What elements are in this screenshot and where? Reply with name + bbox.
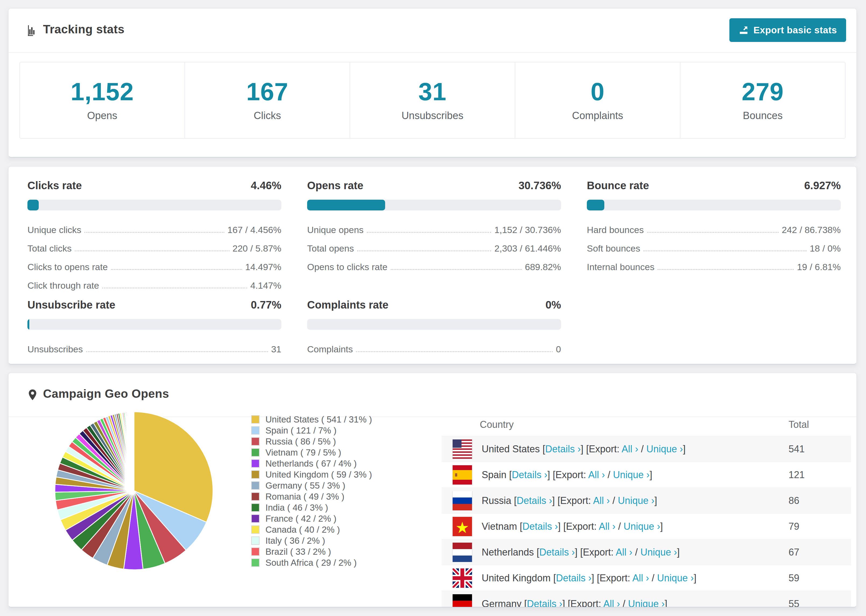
- summary-box-complaints: 0Complaints: [515, 62, 680, 138]
- export-unique-link[interactable]: Unique ›: [640, 547, 677, 558]
- export-all-link[interactable]: All ›: [616, 547, 632, 558]
- ru-flag-icon: [453, 491, 472, 511]
- legend-item: Italy ( 36 / 2% ): [251, 535, 372, 546]
- legend-item: Netherlands ( 67 / 4% ): [251, 458, 372, 469]
- bracket: ]: [664, 598, 667, 608]
- table-row-ru: Russia [Details ›] [Export: All › / Uniq…: [442, 487, 851, 513]
- details-link[interactable]: Details ›: [556, 572, 591, 583]
- unsubscribe-rate-block: Unsubscribe rate0.77% Unsubscribes31: [27, 299, 281, 358]
- legend-swatch: [251, 470, 260, 479]
- country-name: Spain: [482, 469, 509, 480]
- country-cell: United States [Details ›] [Export: All ›…: [442, 439, 789, 459]
- rates-card: Clicks rate4.46% Unique clicks167 / 4.45…: [8, 166, 857, 365]
- legend-item: France ( 42 / 2% ): [251, 513, 372, 524]
- opens-rate-progressbar: [307, 200, 561, 211]
- progress-fill: [587, 200, 604, 211]
- legend-item: United States ( 541 / 31% ): [251, 414, 372, 425]
- stat-label: Total opens: [307, 243, 354, 254]
- summary-label: Clicks: [254, 110, 281, 121]
- legend-swatch: [251, 448, 260, 457]
- bracket: ]: [660, 521, 663, 532]
- separator: /: [616, 521, 624, 532]
- stat-value: 220 / 5.87%: [233, 243, 281, 254]
- dotted-leader: [367, 232, 491, 233]
- stat-value: 2,303 / 61.446%: [494, 243, 561, 254]
- details-link[interactable]: Details ›: [527, 598, 562, 608]
- country-links: Russia [Details ›] [Export: All › / Uniq…: [482, 495, 657, 506]
- separator: /: [610, 495, 618, 506]
- legend-item: Romania ( 49 / 3% ): [251, 491, 372, 502]
- stat-value: 19 / 6.81%: [797, 262, 841, 272]
- bracket: ]: [683, 443, 685, 454]
- us-flag-icon: [453, 439, 472, 459]
- vn-flag-icon: [453, 517, 472, 536]
- export-basic-stats-button[interactable]: Export basic stats: [729, 18, 846, 42]
- legend-item: Germany ( 55 / 3% ): [251, 480, 372, 491]
- export-icon: [738, 25, 749, 35]
- country-links: Netherlands [Details ›] [Export: All › /…: [482, 547, 680, 558]
- stat-label: Opens to clicks rate: [307, 262, 387, 272]
- export-unique-link[interactable]: Unique ›: [618, 495, 654, 506]
- stat-value: 18 / 0%: [810, 243, 841, 254]
- unsubscribe-rate-value: 0.77%: [251, 299, 281, 311]
- unsubscribe-rate-title: Unsubscribe rate: [27, 299, 115, 311]
- legend-swatch: [251, 536, 260, 545]
- export-all-link[interactable]: All ›: [588, 469, 605, 480]
- de-flag-icon: [453, 594, 472, 608]
- summary-box-unsubscribes: 31Unsubscribes: [350, 62, 515, 138]
- gb-flag-icon: [453, 569, 472, 588]
- export-all-link[interactable]: All ›: [603, 598, 620, 608]
- geo-table-header: Country Total: [442, 413, 851, 436]
- clicks-rate-title: Clicks rate: [27, 179, 82, 192]
- dotted-leader: [391, 269, 522, 270]
- stat-row: Opens to clicks rate689.82%: [307, 258, 561, 276]
- stat-row: Unique clicks167 / 4.456%: [27, 221, 281, 239]
- export-all-link[interactable]: All ›: [599, 521, 616, 532]
- export-prefix: ] [Export:: [575, 547, 616, 558]
- summary-value: 167: [246, 79, 288, 104]
- export-unique-link[interactable]: Unique ›: [657, 572, 694, 583]
- details-link[interactable]: Details ›: [512, 469, 547, 480]
- details-link[interactable]: Details ›: [545, 443, 581, 454]
- bracket: ]: [650, 469, 652, 480]
- total-value: 79: [789, 521, 851, 532]
- pie-slice[interactable]: [134, 412, 134, 491]
- separator: /: [649, 572, 657, 583]
- column-country: Country: [442, 419, 789, 430]
- legend-label: Romania ( 49 / 3% ): [265, 492, 344, 502]
- column-total: Total: [789, 419, 851, 430]
- separator: /: [620, 598, 628, 608]
- export-unique-link[interactable]: Unique ›: [646, 443, 683, 454]
- legend-swatch: [251, 503, 260, 512]
- bracket: [: [553, 572, 556, 583]
- stat-row: Soft bounces18 / 0%: [587, 239, 841, 258]
- country-cell: Russia [Details ›] [Export: All › / Uniq…: [442, 491, 789, 511]
- dotted-leader: [102, 288, 247, 288]
- details-link[interactable]: Details ›: [539, 547, 575, 558]
- dotted-leader: [643, 250, 806, 251]
- export-all-link[interactable]: All ›: [622, 443, 638, 454]
- country-name: United Kingdom: [482, 572, 553, 583]
- nl-flag-icon: [453, 543, 472, 562]
- export-unique-link[interactable]: Unique ›: [624, 521, 660, 532]
- export-unique-link[interactable]: Unique ›: [628, 598, 664, 608]
- stat-value: 689.82%: [525, 262, 561, 272]
- dotted-leader: [357, 250, 491, 251]
- legend-item: Brazil ( 33 / 2% ): [251, 546, 372, 557]
- export-unique-link[interactable]: Unique ›: [613, 469, 650, 480]
- details-link[interactable]: Details ›: [516, 495, 552, 506]
- map-pin-icon: [26, 389, 39, 401]
- progress-fill: [27, 200, 39, 211]
- country-links: United Kingdom [Details ›] [Export: All …: [482, 572, 696, 584]
- separator: /: [632, 547, 640, 558]
- stat-row: Complaints0: [307, 340, 561, 358]
- geo-title: Campaign Geo Opens: [43, 387, 169, 401]
- bounce-rate-progressbar: [587, 200, 841, 211]
- opens-rate-block: Opens rate30.736% Unique opens1,152 / 30…: [307, 179, 561, 276]
- export-all-link[interactable]: All ›: [632, 572, 649, 583]
- export-all-link[interactable]: All ›: [593, 495, 610, 506]
- stat-value: 4.147%: [250, 280, 281, 291]
- country-cell: Netherlands [Details ›] [Export: All › /…: [442, 543, 789, 562]
- summary-label: Unsubscribes: [402, 110, 463, 121]
- details-link[interactable]: Details ›: [522, 521, 558, 532]
